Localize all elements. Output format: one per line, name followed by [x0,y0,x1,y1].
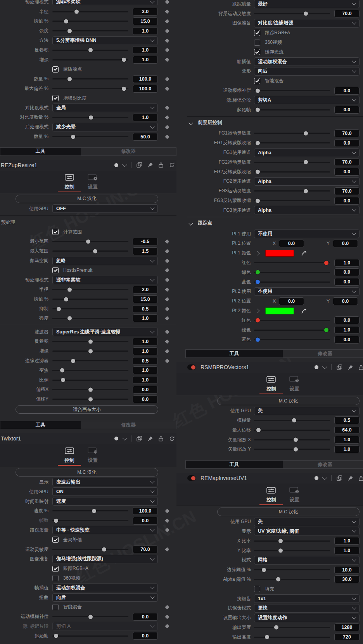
checkbox[interactable] [254,30,260,36]
node-collapse-chevron[interactable] [122,162,127,167]
slider-knob[interactable] [102,547,106,552]
node-color-indicator[interactable] [315,476,318,480]
eyedropper-icon[interactable] [301,308,307,314]
slider-knob[interactable] [256,337,260,342]
slider-knob[interactable] [61,378,65,382]
keyframe-diamond-icon[interactable] [165,29,169,33]
copy-icon[interactable] [336,364,342,370]
value-field[interactable]: 0.5 [334,416,360,424]
value-field[interactable]: 0.5 [133,305,158,313]
keyframe-diamond-icon[interactable] [165,297,169,301]
value-field[interactable]: 10.0 [334,566,360,574]
node-color-indicator[interactable] [315,365,318,369]
slider-track[interactable] [52,549,128,550]
lock-icon[interactable] [358,475,363,481]
value-field-x[interactable]: 0.0 [279,297,304,305]
keyframe-diamond-icon[interactable] [165,307,169,311]
value-field[interactable]: 70.0 [133,546,158,553]
slider-knob[interactable] [324,328,328,332]
slider-track[interactable] [254,171,330,173]
keyframe-diamond-icon[interactable] [165,77,169,81]
slider-track[interactable] [254,540,330,542]
node-collapse-chevron[interactable] [322,475,327,480]
value-field[interactable]: 720 [334,633,360,641]
value-field[interactable]: 0.0 [334,278,360,286]
checkbox[interactable] [52,66,59,73]
value-field[interactable]: 0.0 [133,517,158,525]
dropdown[interactable]: 最好 [254,0,360,8]
dropdown[interactable]: 不使用 [254,230,360,238]
pin-icon[interactable] [347,475,353,481]
slider-knob[interactable] [88,48,93,52]
slider-knob[interactable] [274,625,278,630]
pin-icon[interactable] [347,364,353,370]
slider-track[interactable] [254,569,330,570]
slider-knob[interactable] [256,318,260,323]
dropdown[interactable]: 对比度/边缘增强 [254,19,360,28]
dropdown[interactable]: Alpha [254,206,360,214]
keyframe-diamond-icon[interactable] [165,125,169,129]
value-field-x[interactable]: 0.0 [279,240,304,247]
tab-tools[interactable]: 工具 [0,148,81,155]
copy-icon[interactable] [136,162,142,168]
checkbox[interactable] [52,229,59,235]
value-field[interactable]: 1.0 [334,259,360,267]
slider-track[interactable] [254,627,330,628]
keyframe-diamond-icon[interactable] [165,86,169,91]
node-enable-toggle[interactable] [187,364,196,370]
slider-track[interactable] [52,21,128,22]
value-field[interactable]: 1.0 [334,326,360,334]
slider-knob[interactable] [122,86,126,91]
tab-settings[interactable]: 设置 [283,373,306,395]
lock-icon[interactable] [158,162,164,168]
slider-knob[interactable] [304,189,308,193]
slider-knob[interactable] [88,339,93,344]
dropdown[interactable]: 更快 [254,604,360,613]
value-field[interactable]: 1.0 [133,314,158,322]
value-field[interactable]: 0.0 [334,197,360,205]
slider-knob[interactable] [265,635,269,639]
slider-track[interactable] [254,430,330,431]
tab-modifiers[interactable]: 修改器 [81,148,176,155]
slider-track[interactable] [254,262,330,263]
slider-knob[interactable] [67,77,72,81]
keyframe-diamond-icon[interactable] [165,349,169,353]
slider-knob[interactable] [54,518,58,523]
slider-track[interactable] [52,308,128,309]
slider-track[interactable] [254,281,330,283]
checkbox[interactable] [254,78,260,84]
slider-knob[interactable] [60,368,64,373]
value-field[interactable]: 0.0 [334,168,360,176]
slider-knob[interactable] [304,12,308,16]
slider-knob[interactable] [64,19,68,23]
pin-icon[interactable] [147,162,153,168]
slider-track[interactable] [254,109,330,110]
dropdown[interactable]: 设置纬度动作 [254,614,360,622]
value-field[interactable]: 0.0 [334,87,360,95]
eyedropper-icon[interactable] [301,250,307,256]
value-field[interactable]: 0.0 [133,632,158,640]
slider-knob[interactable] [89,115,93,119]
slider-track[interactable] [52,59,128,60]
slider-knob[interactable] [324,261,328,265]
slider-track[interactable] [52,370,128,371]
slider-knob[interactable] [256,199,260,203]
tab-tools[interactable]: 工具 [186,350,283,357]
slider-track[interactable] [254,272,330,273]
value-field[interactable]: 1.0 [334,537,360,545]
dropdown[interactable]: 关 [254,407,360,415]
keyframe-diamond-icon[interactable] [165,605,169,609]
slider-knob[interactable] [262,568,266,572]
node-color-indicator[interactable] [114,437,118,440]
slider-knob[interactable] [57,307,61,311]
keyframe-diamond-icon[interactable] [165,359,169,363]
keyframe-diamond-icon[interactable] [165,547,169,551]
dropdown[interactable]: 不使用 [254,287,360,296]
keyframe-diamond-icon[interactable] [165,48,169,52]
keyframe-diamond-icon[interactable] [165,278,169,282]
keyframe-diamond-icon[interactable] [165,0,169,4]
slider-track[interactable] [254,190,330,192]
slider-track[interactable] [52,360,128,361]
dropdown[interactable]: 全局 [52,104,158,112]
slider-track[interactable] [254,320,330,321]
